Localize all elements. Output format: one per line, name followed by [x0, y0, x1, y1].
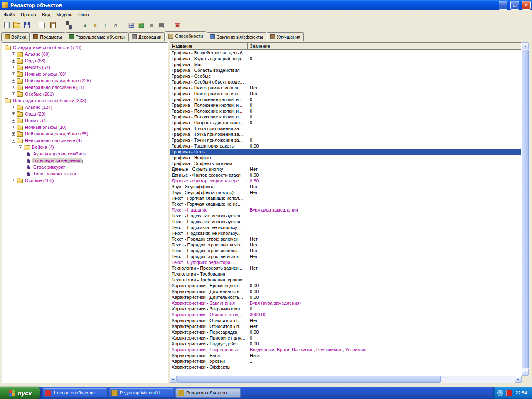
tree-item[interactable]: ♞Топот мамонт атани	[2, 170, 167, 177]
tree-item[interactable]: Нестандартные способности (333)	[2, 97, 167, 104]
tree-expander-plus-icon[interactable]: +	[12, 72, 15, 76]
table-row[interactable]: Текст - НазваниеБуря аура замедления	[170, 207, 521, 213]
tree-expander-plus-icon[interactable]: +	[12, 126, 15, 129]
scroll-up-icon[interactable]: ▲	[522, 42, 529, 49]
table-row[interactable]: Текст - Подсказка: не использу...	[170, 230, 521, 236]
table-row[interactable]: Технологии - Требования: уровни	[170, 277, 521, 283]
tree-item[interactable]: Стандартные способности (778)	[2, 44, 167, 51]
tree-expander-plus-icon[interactable]: +	[12, 59, 15, 63]
table-row[interactable]: Текст - Подсказка: используется	[170, 219, 521, 224]
import-manager-button[interactable]: ▣	[172, 20, 182, 30]
tree-expander-plus-icon[interactable]: +	[12, 79, 15, 83]
paste-button[interactable]	[48, 20, 58, 30]
tree-item[interactable]: +Нейтрально-враждебные (228)	[2, 77, 167, 84]
tab-units[interactable]: Войска	[1, 32, 30, 41]
tree-item[interactable]: +Альянс (124)	[2, 104, 167, 111]
tree-item[interactable]: -Нейтрально-пассивные (4)	[2, 137, 167, 144]
tab-destructibles[interactable]: Разрушаемые объекты	[66, 32, 128, 41]
tab-abilities[interactable]: Способности	[165, 31, 206, 41]
table-row[interactable]: Характеристики - Приоритет для...0	[170, 335, 521, 341]
tab-buffs[interactable]: Заклинания/эффекты	[207, 32, 266, 41]
campaign-editor-button[interactable]: ▩	[136, 20, 146, 30]
tree-item[interactable]: ♞Буря аура замедления	[2, 157, 167, 164]
scroll-down-icon[interactable]: ▼	[522, 369, 529, 376]
table-row[interactable]: Характеристики - Длительность...0.00	[170, 294, 521, 300]
table-row[interactable]: Характеристики - Уровни1	[170, 358, 521, 364]
table-row[interactable]: Технологии - Требования	[170, 271, 521, 277]
table-row[interactable]: Графика - Область воздействия	[170, 67, 521, 73]
table-row[interactable]: Графика - Положение кнопки: и...0	[170, 96, 521, 102]
vertical-scroll-track[interactable]	[522, 49, 529, 369]
table-row[interactable]: Графика - Эффект	[170, 155, 521, 160]
table-row[interactable]: Характеристики - Относится к п...Нет	[170, 323, 521, 329]
copy-button[interactable]	[38, 20, 48, 30]
tree-item[interactable]: +Ночные эльфы (68)	[2, 71, 167, 77]
menu-item-window[interactable]: Окно	[75, 11, 92, 18]
horizontal-scrollbar[interactable]: ◀ ▶	[170, 376, 522, 383]
tree-item[interactable]: -Войска (4)	[2, 144, 167, 150]
table-row[interactable]: Характеристики - Перезарядка0.00	[170, 329, 521, 335]
table-row[interactable]: Графика - Траектория ракеты0.00	[170, 143, 521, 149]
tree-item[interactable]: +Альянс (60)	[2, 51, 167, 57]
table-row[interactable]: Графика - Воздействие на цель 6	[170, 50, 521, 56]
vertical-scrollbar[interactable]: ▲ ▼	[522, 42, 529, 376]
tree-item[interactable]: ♞Аура ускорения симбиоз	[2, 150, 167, 157]
tree-expander-plus-icon[interactable]: +	[12, 92, 15, 96]
table-row[interactable]: Характеристики - Относится к г...Нет	[170, 318, 521, 323]
table-row[interactable]: Графика - Точки приложения за...0	[170, 137, 521, 143]
table-row[interactable]: Характеристики - Время подгот...0.00	[170, 283, 521, 288]
taskbar-button-object-editor[interactable]: Редактор объектов	[175, 388, 241, 398]
table-row[interactable]: Характеристики - Разрешенные ...Воздушны…	[170, 347, 521, 352]
tree-expander-plus-icon[interactable]: +	[12, 179, 15, 182]
taskbar-button-warcraft-editor[interactable]: Редактор Warcraft I...	[109, 388, 174, 398]
tree-expander-plus-icon[interactable]: +	[12, 106, 15, 109]
tab-doodads[interactable]: Декорации	[128, 32, 165, 41]
close-button[interactable]: ×	[522, 1, 531, 10]
table-row[interactable]: Графика - Особые	[170, 73, 521, 79]
ai-editor-button[interactable]: ■	[146, 20, 156, 30]
table-row[interactable]: Данные - Скрыть кнопкуНет	[170, 166, 521, 172]
table-row[interactable]: Графика - Пиктограмма: не исп...Нет	[170, 91, 521, 96]
table-row[interactable]: Характеристики - РасаНага	[170, 352, 521, 358]
table-row[interactable]: Характеристики - ЗаклинанияБуря (аура за…	[170, 300, 521, 306]
table-row[interactable]: Данные - Фактор скорости пере...0.50	[170, 178, 521, 184]
table-row[interactable]: Графика - Положение кнопки: и...0	[170, 108, 521, 114]
table-row[interactable]: Графика - Пиктограмма: исполь...Нет	[170, 85, 521, 91]
vertical-scroll-thumb[interactable]	[522, 50, 529, 368]
table-row[interactable]: Текст - Горячая клавиша: не ис...	[170, 201, 521, 207]
sound-manager-button[interactable]: ♫	[110, 20, 120, 30]
start-button[interactable]: пуск	[0, 387, 40, 399]
tree-expander-plus-icon[interactable]: +	[12, 52, 15, 56]
tree-expander-minus-icon[interactable]: -	[12, 139, 15, 143]
tree-item[interactable]: ♞Страх зиккурат	[2, 164, 167, 170]
table-row[interactable]: Текст - Порядок строк: не испол...Нет	[170, 254, 521, 259]
tray-collapse-icon[interactable]: «	[497, 390, 503, 396]
table-row[interactable]: Графика - Положение кнопки: н...0	[170, 114, 521, 120]
pathing-checker-button[interactable]: ▚	[64, 20, 74, 30]
tree-expander-minus-icon[interactable]: -	[19, 145, 22, 149]
table-row[interactable]: Графика - Особый объект возде...	[170, 79, 521, 85]
tree-item[interactable]: +Особые (100)	[2, 177, 167, 184]
table-row[interactable]: Характеристики - Длительность...0.00	[170, 288, 521, 294]
tree-item[interactable]: +Нейтрально-пассивные (11)	[2, 84, 167, 91]
table-row[interactable]: Характеристики - Затрачиваема...0	[170, 306, 521, 312]
menu-item-module[interactable]: Модуль	[53, 11, 75, 18]
column-header-name[interactable]: Название	[170, 43, 248, 50]
object-manager-button[interactable]: ▤	[156, 20, 166, 30]
tree-item[interactable]: +Нежить (67)	[2, 64, 167, 71]
tree-expander-plus-icon[interactable]: +	[12, 66, 15, 69]
table-row[interactable]: Текст - Порядок строк: выключенНет	[170, 242, 521, 248]
tab-upgrades[interactable]: Улучшения	[267, 32, 304, 41]
table-row[interactable]: Текст - Горячая клавиша: испол...	[170, 195, 521, 201]
table-row[interactable]: Графика - Скорость дистанцион...0	[170, 120, 521, 126]
menu-item-view[interactable]: Вид	[39, 11, 53, 18]
tree-item[interactable]: +Особые (281)	[2, 91, 167, 97]
tray-app-icon[interactable]	[506, 390, 512, 396]
tab-items[interactable]: Предметы	[30, 32, 65, 41]
tree-item[interactable]: +Ночные эльфы (10)	[2, 124, 167, 131]
table-row[interactable]: Графика - Положение кнопки: и...0	[170, 102, 521, 108]
tree-item[interactable]: +Нейтрально-враждебные (65)	[2, 131, 167, 137]
save-map-button[interactable]	[22, 20, 32, 30]
table-row[interactable]: Технологии - Проверять зависи...Нет	[170, 265, 521, 271]
table-row[interactable]: Графика - Точка приложения за...	[170, 126, 521, 131]
